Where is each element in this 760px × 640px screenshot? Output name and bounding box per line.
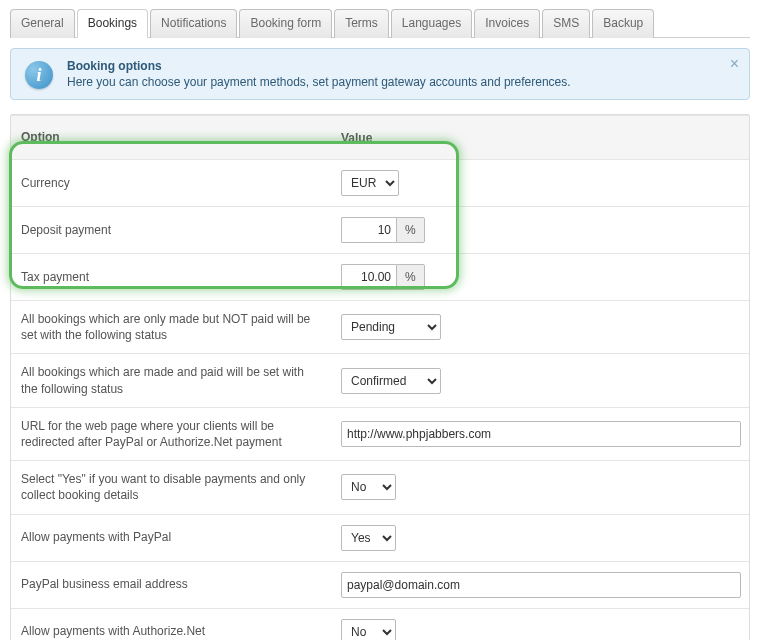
status-unpaid-select[interactable]: Pending: [341, 314, 441, 340]
label-allow-authnet: Allow payments with Authorize.Net: [11, 613, 331, 640]
percent-suffix: %: [396, 264, 425, 290]
allow-paypal-select[interactable]: Yes: [341, 525, 396, 551]
row-currency: Currency EUR: [11, 159, 749, 206]
label-currency: Currency: [11, 165, 331, 201]
label-status-paid: All bookings which are made and paid wil…: [11, 354, 331, 406]
info-icon: i: [25, 61, 53, 89]
disable-pay-select[interactable]: No: [341, 474, 396, 500]
tab-languages[interactable]: Languages: [391, 9, 472, 38]
allow-authnet-select[interactable]: No: [341, 619, 396, 641]
label-tax: Tax payment: [11, 259, 331, 295]
row-allow-paypal: Allow payments with PayPal Yes: [11, 514, 749, 561]
tab-terms[interactable]: Terms: [334, 9, 389, 38]
row-allow-authnet: Allow payments with Authorize.Net No: [11, 608, 749, 641]
tab-booking-form[interactable]: Booking form: [239, 9, 332, 38]
status-paid-select[interactable]: Confirmed: [341, 368, 441, 394]
header-option: Option: [11, 123, 331, 151]
label-paypal-email: PayPal business email address: [11, 566, 331, 602]
label-disable-pay: Select "Yes" if you want to disable paym…: [11, 461, 331, 513]
table-header: Option Value: [11, 115, 749, 159]
tab-general[interactable]: General: [10, 9, 75, 38]
tab-sms[interactable]: SMS: [542, 9, 590, 38]
row-redirect-url: URL for the web page where your clients …: [11, 407, 749, 460]
percent-suffix: %: [396, 217, 425, 243]
row-tax: Tax payment %: [11, 253, 749, 300]
label-allow-paypal: Allow payments with PayPal: [11, 519, 331, 555]
row-deposit: Deposit payment %: [11, 206, 749, 253]
deposit-input[interactable]: [341, 217, 396, 243]
redirect-url-input[interactable]: [341, 421, 741, 447]
currency-select[interactable]: EUR: [341, 170, 399, 196]
row-paypal-email: PayPal business email address: [11, 561, 749, 608]
paypal-email-input[interactable]: [341, 572, 741, 598]
info-desc: Here you can choose your payment methods…: [67, 75, 721, 89]
tax-input[interactable]: [341, 264, 396, 290]
row-disable-pay: Select "Yes" if you want to disable paym…: [11, 460, 749, 513]
info-title: Booking options: [67, 59, 721, 73]
tab-invoices[interactable]: Invoices: [474, 9, 540, 38]
row-status-unpaid: All bookings which are only made but NOT…: [11, 300, 749, 353]
tab-backup[interactable]: Backup: [592, 9, 654, 38]
tab-bookings[interactable]: Bookings: [77, 9, 148, 38]
row-status-paid: All bookings which are made and paid wil…: [11, 353, 749, 406]
info-panel: i × Booking options Here you can choose …: [10, 48, 750, 100]
label-redirect-url: URL for the web page where your clients …: [11, 408, 331, 460]
close-icon[interactable]: ×: [730, 55, 739, 73]
header-value: Value: [331, 125, 749, 151]
tabs-bar: General Bookings Notifications Booking f…: [10, 8, 750, 38]
tab-notifications[interactable]: Notifications: [150, 9, 237, 38]
label-deposit: Deposit payment: [11, 212, 331, 248]
label-status-unpaid: All bookings which are only made but NOT…: [11, 301, 331, 353]
options-table: Option Value Currency EUR Deposit paymen…: [10, 114, 750, 640]
